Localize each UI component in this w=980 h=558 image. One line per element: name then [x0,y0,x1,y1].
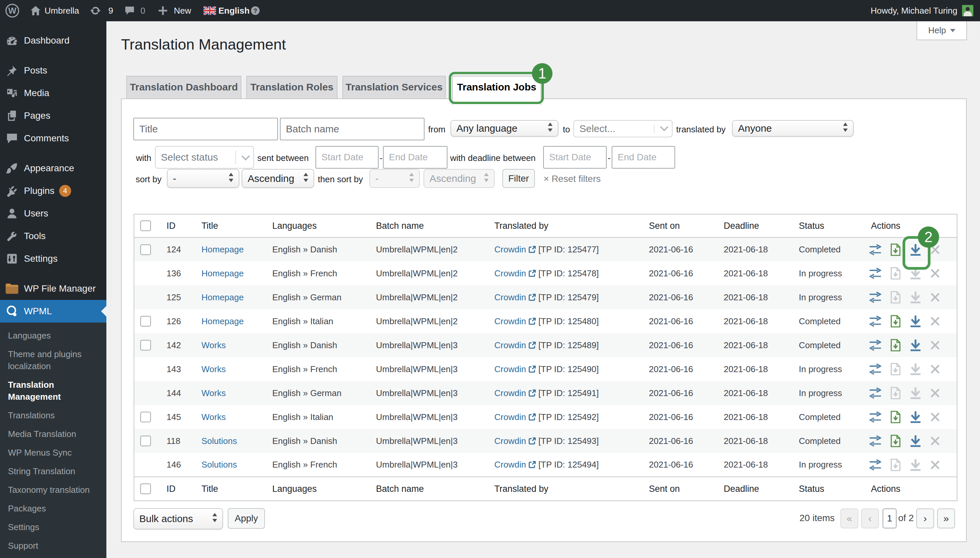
svg-text:W: W [8,6,16,16]
svg-text:?: ? [253,8,257,14]
